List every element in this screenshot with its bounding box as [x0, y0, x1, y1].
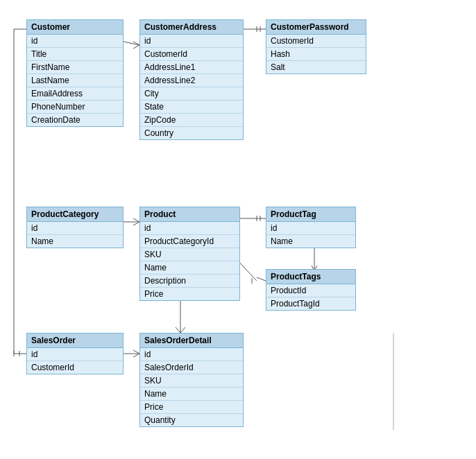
svg-line-10	[133, 218, 139, 222]
table-row: Description	[140, 275, 239, 288]
table-row: CustomerId	[27, 361, 123, 374]
table-productcategory: ProductCategory id Name	[26, 207, 124, 248]
table-row: City	[140, 87, 243, 101]
table-row: Name	[140, 388, 243, 401]
table-salesorder-header: SalesOrder	[27, 334, 123, 348]
table-row: Name	[266, 235, 355, 248]
table-customeraddress-header: CustomerAddress	[140, 20, 243, 35]
table-row: ZipCode	[140, 114, 243, 127]
table-row: PhoneNumber	[27, 101, 123, 114]
svg-line-11	[133, 222, 139, 225]
svg-line-25	[133, 354, 139, 357]
table-row: id	[266, 222, 355, 235]
svg-line-1	[133, 42, 139, 45]
table-row: LastName	[27, 74, 123, 87]
table-row: Country	[140, 127, 243, 139]
table-productcategory-header: ProductCategory	[27, 207, 123, 222]
table-customeraddress: CustomerAddress id CustomerId AddressLin…	[139, 19, 244, 140]
table-row: id	[27, 35, 123, 48]
table-row: CustomerId	[266, 35, 366, 48]
table-row: ProductId	[266, 284, 355, 297]
table-row: Hash	[266, 48, 366, 61]
table-row: Name	[27, 235, 123, 248]
table-row: id	[140, 222, 239, 235]
table-row: id	[140, 35, 243, 48]
table-row: CreationDate	[27, 114, 123, 126]
table-row: ProductTagId	[266, 297, 355, 310]
table-row: EmailAddress	[27, 87, 123, 101]
table-salesorder: SalesOrder id CustomerId	[26, 333, 124, 374]
erd-canvas: Customer id Title FirstName LastName Ema…	[0, 0, 476, 459]
table-row: State	[140, 101, 243, 114]
table-row: id	[140, 348, 243, 361]
table-customer: Customer id Title FirstName LastName Ema…	[26, 19, 124, 127]
table-salesorderdetail-header: SalesOrderDetail	[140, 334, 243, 348]
svg-line-28	[176, 327, 180, 333]
table-row: id	[27, 222, 123, 235]
table-customerpassword-header: CustomerPassword	[266, 20, 366, 35]
table-customer-header: Customer	[27, 20, 123, 35]
table-product: Product id ProductCategoryId SKU Name De…	[139, 207, 240, 301]
table-row: id	[27, 348, 123, 361]
table-producttags-header: ProductTags	[266, 270, 355, 284]
table-row: Price	[140, 401, 243, 414]
table-salesorderdetail: SalesOrderDetail id SalesOrderId SKU Nam…	[139, 333, 244, 427]
svg-line-29	[180, 327, 185, 333]
table-row: ProductCategoryId	[140, 235, 239, 248]
table-row: Price	[140, 288, 239, 300]
svg-line-17	[257, 277, 266, 281]
table-product-header: Product	[140, 207, 239, 222]
svg-line-24	[133, 350, 139, 354]
table-row: FirstName	[27, 61, 123, 74]
table-row: CustomerId	[140, 48, 243, 61]
table-row: Name	[140, 261, 239, 275]
table-row: SKU	[140, 248, 239, 261]
table-row: AddressLine1	[140, 61, 243, 74]
table-producttags: ProductTags ProductId ProductTagId	[266, 269, 356, 311]
table-row: Quantity	[140, 414, 243, 426]
table-customerpassword: CustomerPassword CustomerId Hash Salt	[266, 19, 366, 74]
table-producttag: ProductTag id Name	[266, 207, 356, 248]
table-row: Title	[27, 48, 123, 61]
table-row: AddressLine2	[140, 74, 243, 87]
svg-line-2	[133, 45, 139, 49]
table-row: SalesOrderId	[140, 361, 243, 374]
table-producttag-header: ProductTag	[266, 207, 355, 222]
table-row: SKU	[140, 374, 243, 388]
table-row: Salt	[266, 61, 366, 73]
